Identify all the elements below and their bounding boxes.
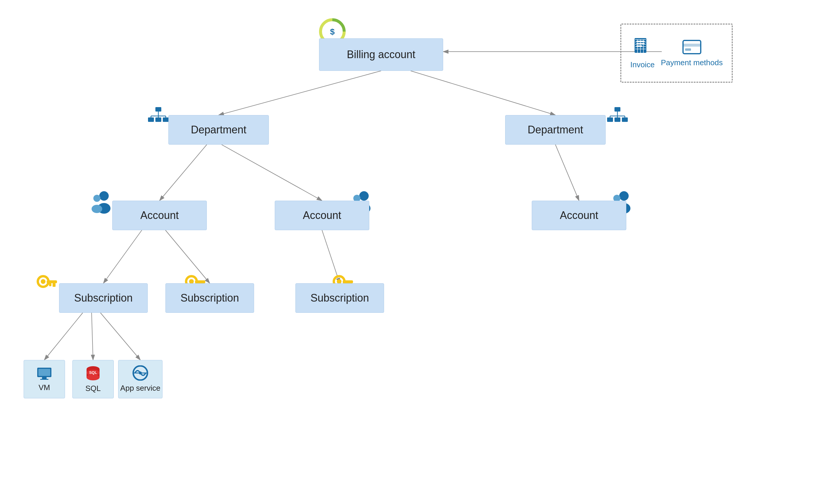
payment-icon	[682, 39, 702, 55]
svg-point-54	[359, 191, 369, 201]
vm-label: VM	[39, 383, 50, 392]
dept-left-icon	[147, 106, 170, 129]
svg-rect-41	[615, 107, 620, 111]
sub-mid-label: Subscription	[181, 292, 239, 304]
svg-line-5	[103, 230, 142, 283]
svg-text:$: $	[330, 27, 335, 36]
vm-icon	[36, 366, 53, 380]
invoice-item: Invoice	[630, 37, 655, 69]
sub-left-label: Subscription	[74, 292, 133, 304]
invoice-label: Invoice	[630, 60, 655, 69]
dept-right-icon	[605, 106, 629, 129]
billing-account-node: Billing account	[319, 38, 443, 71]
key-icon-sub-left	[35, 271, 58, 295]
dept-left-label: Department	[191, 124, 246, 136]
invoice-icon	[632, 37, 653, 57]
svg-rect-80	[40, 379, 49, 380]
svg-rect-30	[683, 44, 701, 47]
payment-methods-item: Payment methods	[661, 39, 723, 67]
billing-account-label: Billing account	[347, 48, 415, 61]
vm-node: VM	[24, 360, 65, 398]
dept-left-node: Department	[168, 115, 269, 145]
svg-line-2	[159, 145, 207, 201]
dept-right-node: Department	[505, 115, 605, 145]
account-left-node: Account	[112, 201, 207, 230]
svg-rect-31	[685, 48, 691, 51]
account-right-node: Account	[532, 201, 626, 230]
svg-line-9	[91, 313, 93, 360]
subscription-mid2-node: Subscription	[295, 283, 384, 313]
dept-right-label: Department	[528, 124, 583, 136]
svg-rect-29	[683, 40, 701, 54]
svg-point-50	[99, 191, 109, 201]
svg-rect-42	[607, 118, 613, 122]
account-right-label: Account	[560, 209, 598, 222]
subscription-left-node: Subscription	[59, 283, 148, 313]
diagram-container: $ Billing account Invoice	[0, 0, 839, 504]
svg-rect-32	[155, 107, 161, 111]
svg-rect-44	[622, 118, 628, 122]
svg-rect-35	[163, 118, 169, 122]
svg-line-8	[44, 313, 83, 360]
svg-line-3	[222, 145, 322, 201]
svg-rect-34	[155, 118, 161, 122]
svg-rect-65	[49, 283, 51, 286]
svg-rect-68	[195, 280, 205, 283]
svg-point-58	[619, 191, 629, 201]
svg-rect-43	[615, 118, 620, 122]
sql-node: SQL SQL	[72, 360, 114, 398]
svg-line-10	[100, 313, 140, 360]
svg-line-0	[219, 71, 381, 115]
app-service-label: App service	[120, 384, 160, 393]
svg-line-4	[555, 145, 579, 201]
svg-rect-64	[53, 283, 55, 287]
svg-point-53	[91, 205, 102, 213]
svg-point-66	[41, 279, 46, 284]
svg-rect-73	[343, 280, 353, 283]
app-service-node: App service	[118, 360, 162, 398]
svg-point-52	[93, 195, 100, 202]
account-mid-label: Account	[303, 209, 341, 222]
svg-rect-33	[148, 118, 154, 122]
subscription-mid-node: Subscription	[166, 283, 254, 313]
svg-line-1	[411, 71, 555, 115]
svg-rect-63	[47, 280, 57, 283]
svg-rect-79	[42, 377, 47, 379]
account-mid-node: Account	[275, 201, 369, 230]
invoice-box: Invoice Payment methods	[620, 24, 733, 83]
sql-icon: SQL	[84, 366, 102, 381]
sub-mid2-label: Subscription	[310, 292, 369, 304]
svg-text:SQL: SQL	[89, 370, 97, 375]
sql-label: SQL	[85, 384, 101, 393]
app-service-icon	[132, 365, 149, 381]
payment-methods-label: Payment methods	[661, 58, 723, 67]
svg-rect-78	[38, 369, 50, 376]
account-left-label: Account	[140, 209, 179, 222]
person-icon-account-left	[86, 188, 112, 214]
